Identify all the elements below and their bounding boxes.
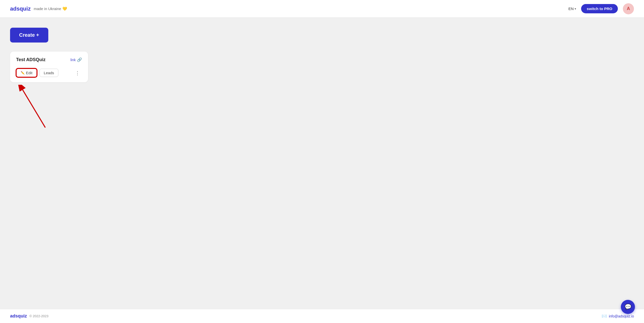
svg-line-1 — [23, 90, 45, 128]
card-title: Test ADSQuiz — [16, 57, 46, 62]
edit-button[interactable]: ✏️ Edit — [16, 68, 37, 77]
footer-logo: adsquiz — [10, 313, 27, 319]
tagline-text: made in Ukraine — [34, 7, 61, 11]
link-label: link — [70, 58, 76, 62]
lang-label: EN — [568, 7, 574, 11]
email-icon: ✉️ — [602, 314, 607, 318]
switch-to-pro-button[interactable]: switch to PRO — [581, 4, 618, 13]
main-header: adsquiz made in Ukraine 💛 EN ▾ switch to… — [0, 0, 644, 18]
edit-label: Edit — [26, 71, 32, 75]
main-footer: adsquiz © 2022-2023 ✉️ info@adsquiz.io — [0, 309, 644, 323]
chat-icon: 💬 — [625, 304, 631, 310]
pencil-icon: ✏️ — [21, 71, 25, 75]
create-button[interactable]: Create + — [10, 28, 48, 43]
logo: adsquiz — [10, 6, 31, 12]
card-actions: ✏️ Edit Leads ⋮ — [16, 68, 82, 77]
header-right: EN ▾ switch to PRO A — [568, 3, 634, 14]
tagline: made in Ukraine 💛 — [34, 7, 67, 11]
footer-right: ✉️ info@adsquiz.io — [602, 314, 634, 318]
chat-bubble-button[interactable]: 💬 — [621, 300, 635, 314]
heart-icon: 💛 — [62, 7, 67, 11]
lang-selector[interactable]: EN ▾ — [568, 7, 576, 11]
link-icon: 🔗 — [77, 57, 82, 62]
header-left: adsquiz made in Ukraine 💛 — [10, 6, 67, 12]
footer-copyright: © 2022-2023 — [29, 314, 48, 318]
annotation-arrow — [15, 85, 55, 130]
card-header: Test ADSQuiz link 🔗 — [16, 57, 82, 62]
footer-left: adsquiz © 2022-2023 — [10, 313, 48, 319]
card-link[interactable]: link 🔗 — [70, 57, 82, 62]
avatar[interactable]: A — [623, 3, 634, 14]
leads-button[interactable]: Leads — [39, 69, 58, 77]
chevron-down-icon: ▾ — [575, 7, 576, 11]
footer-email[interactable]: info@adsquiz.io — [609, 314, 634, 318]
quiz-card: Test ADSQuiz link 🔗 ✏️ Edit Leads ⋮ — [10, 52, 88, 82]
more-options-button[interactable]: ⋮ — [73, 69, 82, 77]
main-content: Create + Test ADSQuiz link 🔗 ✏️ Edit Lea… — [0, 18, 644, 309]
